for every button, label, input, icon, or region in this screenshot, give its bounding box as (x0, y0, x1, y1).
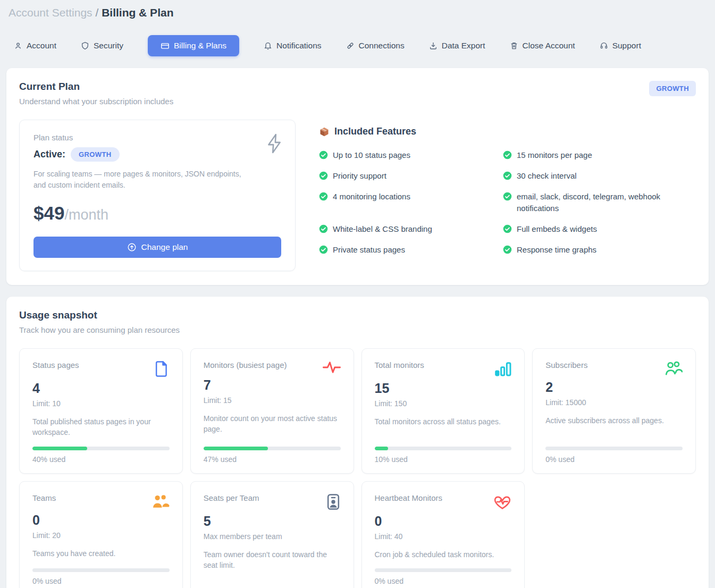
users-filled-icon (152, 493, 170, 509)
usage-card-value: 0 (32, 513, 170, 528)
feature-label: White-label & CSS branding (333, 223, 432, 235)
feature-item: Private status pages (319, 244, 503, 256)
usage-card-teams: Teams 0 Limit: 20 Teams you have created… (19, 481, 183, 588)
bar-chart-icon (494, 360, 511, 377)
progress-bar (32, 447, 170, 450)
breadcrumb: Account Settings / Billing & Plan (0, 0, 715, 19)
usage-card-total-monitors: Total monitors 15 Limit: 150 Total monit… (361, 348, 525, 474)
usage-card-value: 7 (204, 377, 341, 393)
plan-price: $49 (33, 203, 64, 223)
tab-account-label: Account (27, 41, 56, 51)
progress-label: 0% used (375, 577, 512, 585)
usage-snapshot-section: Usage snapshot Track how you are consumi… (6, 297, 709, 588)
usage-card-description: Teams you have created. (32, 548, 170, 559)
feature-grid: Up to 10 status pages 15 monitors per pa… (319, 149, 696, 256)
feature-label: Response time graphs (517, 244, 596, 256)
settings-tab-bar: Account Security Billing & Plans Notific… (0, 35, 715, 56)
usage-card-monitors-busiest: Monitors (busiest page) 7 Limit: 15 Moni… (190, 348, 354, 474)
id-badge-icon (326, 493, 341, 510)
usage-card-value: 5 (204, 514, 341, 529)
check-circle-icon (503, 171, 512, 180)
usage-card-title: Total monitors (375, 360, 424, 369)
feature-label: 30 check interval (517, 170, 577, 182)
progress-bar (545, 447, 683, 450)
progress-bar (32, 568, 170, 572)
plan-status-value: Active: (33, 149, 65, 160)
trash-icon (510, 41, 518, 50)
features-heading: Included Features (334, 126, 416, 137)
pulse-icon (323, 360, 341, 374)
feature-label: Full embeds & widgets (517, 223, 597, 235)
bell-icon (264, 41, 272, 50)
package-icon (319, 127, 330, 137)
feature-item: Response time graphs (503, 244, 696, 256)
plan-period: /month (64, 207, 108, 223)
plan-tier-badge: GROWTH (649, 81, 696, 96)
feature-label: Priority support (333, 170, 386, 182)
tab-data-export[interactable]: Data Export (429, 41, 485, 51)
usage-card-limit: Limit: 150 (375, 399, 512, 408)
shield-icon (81, 41, 89, 50)
tab-support[interactable]: Support (600, 41, 641, 51)
feature-label: 15 monitors per page (517, 149, 592, 161)
change-plan-button[interactable]: Change plan (33, 237, 281, 258)
usage-title: Usage snapshot (19, 309, 180, 321)
usage-card-value: 0 (375, 514, 512, 529)
feature-item: Priority support (319, 170, 503, 182)
current-plan-subtitle: Understand what your subscription includ… (19, 97, 173, 106)
heart-pulse-icon (493, 493, 511, 510)
check-circle-icon (503, 150, 512, 159)
tab-notifications[interactable]: Notifications (264, 41, 321, 51)
usage-grid: Status pages 4 Limit: 10 Total published… (19, 348, 696, 588)
usage-card-status-pages: Status pages 4 Limit: 10 Total published… (19, 348, 183, 474)
progress-label: 10% used (375, 455, 512, 464)
current-plan-section: Current Plan Understand what your subscr… (6, 68, 709, 285)
users-outline-icon (664, 360, 683, 376)
tab-security-label: Security (94, 41, 123, 51)
progress-bar-fill (204, 447, 268, 450)
feature-item: 4 monitoring locations (319, 191, 503, 214)
progress-bar-fill (375, 447, 389, 450)
usage-card-limit: Limit: 40 (375, 532, 512, 541)
check-circle-icon (319, 171, 328, 180)
included-features: Included Features Up to 10 status pages … (319, 120, 696, 271)
feature-label: Up to 10 status pages (333, 149, 410, 161)
usage-card-limit: Limit: 15000 (545, 398, 683, 407)
usage-card-description: Team owner doesn't count toward the seat… (204, 549, 341, 571)
check-circle-icon (503, 192, 512, 201)
download-icon (429, 41, 438, 50)
usage-card-seats-per-team: Seats per Team 5 Max members per team Te… (190, 481, 354, 588)
usage-card-limit: Limit: 15 (204, 396, 341, 405)
usage-card-limit: Limit: 10 (32, 399, 170, 408)
usage-card-value: 15 (375, 381, 512, 396)
usage-card-limit: Limit: 20 (32, 531, 170, 540)
feature-label: email, slack, discord, telegram, webhook… (517, 191, 692, 214)
tab-close-account[interactable]: Close Account (510, 41, 575, 51)
feature-item: Up to 10 status pages (319, 149, 503, 161)
plan-status-card: Plan status Active: GROWTH For scaling t… (19, 120, 296, 271)
check-circle-icon (503, 245, 512, 254)
tab-account[interactable]: Account (14, 41, 56, 51)
feature-item: 15 monitors per page (503, 149, 696, 161)
tab-billing-plans[interactable]: Billing & Plans (148, 35, 239, 56)
tab-connections[interactable]: Connections (346, 41, 405, 51)
usage-card-title: Heartbeat Monitors (375, 493, 443, 502)
tab-security[interactable]: Security (81, 41, 123, 51)
document-icon (154, 360, 170, 377)
progress-bar (204, 447, 341, 450)
plan-price-line: $49/month (33, 203, 281, 224)
tab-data-export-label: Data Export (442, 41, 485, 51)
feature-item: 30 check interval (503, 170, 696, 182)
check-circle-icon (319, 192, 328, 201)
usage-card-title: Status pages (32, 360, 79, 369)
usage-card-title: Subscribers (545, 360, 587, 369)
feature-item: White-label & CSS branding (319, 223, 503, 235)
usage-card-description: Total monitors across all status pages. (375, 416, 512, 427)
progress-label: 40% used (32, 455, 170, 464)
usage-card-description: Total published status pages in your wor… (32, 416, 170, 438)
tab-connections-label: Connections (359, 41, 405, 51)
progress-bar-fill (32, 447, 87, 450)
progress-bar (375, 568, 512, 572)
credit-card-icon (161, 41, 170, 51)
breadcrumb-separator: / (95, 6, 98, 19)
